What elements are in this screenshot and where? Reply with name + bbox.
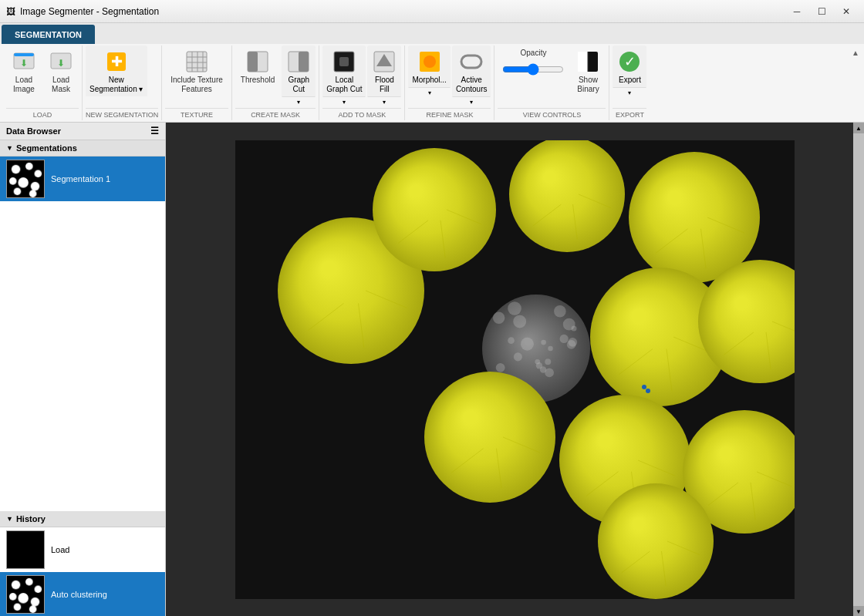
scrollbar[interactable]: ▲ ▼ xyxy=(853,123,864,616)
local-graph-cut-button[interactable]: LocalGraph Cut xyxy=(322,45,366,96)
scroll-track xyxy=(853,133,864,606)
threshold-label: Threshold xyxy=(241,76,275,85)
segmentation-item-1[interactable]: Segmentation 1 xyxy=(0,157,165,201)
show-binary-icon xyxy=(575,49,600,74)
svg-rect-7 xyxy=(187,52,207,72)
load-image-button[interactable]: ⬇ LoadImage xyxy=(6,45,42,98)
main-canvas xyxy=(235,140,795,599)
local-gc-split: LocalGraph Cut ▾ xyxy=(322,45,366,108)
minimize-button[interactable]: ─ xyxy=(785,1,808,22)
local-gc-arrow[interactable]: ▾ xyxy=(322,96,366,108)
flood-fill-button[interactable]: FloodFill xyxy=(367,45,401,96)
ribbon-group-add-mask-items: LocalGraph Cut ▾ FloodFill ▾ xyxy=(322,45,401,108)
flood-fill-split: FloodFill ▾ xyxy=(367,45,401,108)
show-binary-label: ShowBinary xyxy=(577,76,599,94)
ribbon-collapse-button[interactable]: ▲ xyxy=(852,49,859,57)
svg-rect-17 xyxy=(299,52,309,72)
morphol-button[interactable]: Morphol... xyxy=(408,45,450,87)
graph-cut-split: GraphCut ▾ xyxy=(282,45,316,108)
history-label-auto: Auto clustering xyxy=(51,590,107,599)
morphol-label: Morphol... xyxy=(412,76,446,85)
local-gc-icon xyxy=(332,49,356,74)
active-contours-split: ActiveContours ▾ xyxy=(452,45,491,108)
ribbon-group-add-mask: LocalGraph Cut ▾ FloodFill ▾ ADD TO MASK xyxy=(319,45,405,120)
view-group-label: VIEW CONTROLS xyxy=(498,108,606,120)
data-browser-icon: ☰ xyxy=(150,126,159,136)
morphol-split: Morphol... ▾ xyxy=(408,45,450,99)
opacity-label: Opacity xyxy=(521,49,547,57)
include-texture-button[interactable]: Include TextureFeatures xyxy=(165,45,228,98)
svg-text:⬇: ⬇ xyxy=(20,58,28,69)
threshold-button[interactable]: Threshold xyxy=(235,45,280,89)
main-area: Data Browser ☰ ▼ Segmentations Segmentat… xyxy=(0,123,864,616)
history-label-load: Load xyxy=(51,545,69,554)
texture-group-label: TEXTURE xyxy=(165,108,228,120)
load-mask-icon: ⬇ xyxy=(49,49,73,74)
opacity-group: Opacity xyxy=(498,45,569,82)
app-icon: 🖼 xyxy=(6,6,15,17)
canvas-area: ▲ ▼ xyxy=(166,123,864,616)
export-label: Export xyxy=(619,76,641,85)
active-contours-button[interactable]: ActiveContours xyxy=(452,45,491,96)
history-item-auto-clustering[interactable]: Auto clustering xyxy=(0,572,165,616)
export-split: ✓ Export ▾ xyxy=(613,45,646,99)
ribbon-group-create-mask-items: Threshold GraphCut ▾ xyxy=(235,45,316,108)
ribbon-group-export: ✓ Export ▾ EXPORT xyxy=(609,45,650,120)
history-section-header[interactable]: ▼ History xyxy=(0,511,165,527)
active-contours-label: ActiveContours xyxy=(456,76,488,94)
flood-fill-arrow[interactable]: ▾ xyxy=(367,96,401,108)
ribbon-group-export-items: ✓ Export ▾ xyxy=(613,45,646,108)
new-seg-label: NewSegmentation ▾ xyxy=(89,76,143,94)
svg-text:✓: ✓ xyxy=(624,54,636,69)
ribbon-group-create-mask: Threshold GraphCut ▾ CREATE MASK xyxy=(232,45,319,120)
texture-icon xyxy=(184,49,209,74)
ribbon: SEGMENTATION ⬇ LoadImage ⬇ LoadMask LOA xyxy=(0,23,864,123)
create-mask-label: CREATE MASK xyxy=(235,108,316,120)
graph-cut-button[interactable]: GraphCut xyxy=(282,45,316,96)
flood-fill-icon xyxy=(372,49,397,74)
graph-cut-arrow[interactable]: ▾ xyxy=(282,96,316,108)
ribbon-group-new-seg: ✚ NewSegmentation ▾ NEW SEGMENTATION xyxy=(83,45,162,120)
data-browser-title: Data Browser xyxy=(6,126,61,136)
export-button[interactable]: ✓ Export xyxy=(613,45,646,87)
title-bar-controls: ─ ☐ ✕ xyxy=(785,1,858,22)
opacity-slider[interactable] xyxy=(502,63,564,76)
load-mask-button[interactable]: ⬇ LoadMask xyxy=(43,45,79,98)
svg-text:⬇: ⬇ xyxy=(57,58,65,69)
scroll-down-btn[interactable]: ▼ xyxy=(853,606,864,616)
ribbon-group-load: ⬇ LoadImage ⬇ LoadMask LOAD xyxy=(3,45,83,120)
export-arrow[interactable]: ▾ xyxy=(613,87,646,99)
close-button[interactable]: ✕ xyxy=(835,1,858,22)
history-thumb-auto xyxy=(6,575,45,614)
history-item-load[interactable]: Load xyxy=(0,527,165,572)
svg-rect-15 xyxy=(248,52,258,72)
morphol-arrow[interactable]: ▾ xyxy=(408,87,450,99)
ribbon-group-refine: Morphol... ▾ ActiveContours ▾ REFINE MAS… xyxy=(405,45,494,120)
history-triangle-icon: ▼ xyxy=(6,515,13,523)
export-group-label: EXPORT xyxy=(613,108,646,120)
ribbon-group-new-seg-items: ✚ NewSegmentation ▾ xyxy=(86,45,158,108)
history-thumb-load xyxy=(6,530,45,569)
load-image-label: LoadImage xyxy=(13,76,35,94)
active-contours-arrow[interactable]: ▾ xyxy=(452,96,491,108)
load-image-icon: ⬇ xyxy=(12,49,36,74)
ribbon-group-texture-items: Include TextureFeatures xyxy=(165,45,228,108)
segmentations-section-header[interactable]: ▼ Segmentations xyxy=(0,140,165,157)
refine-mask-label: REFINE MASK xyxy=(408,108,491,120)
local-gc-label: LocalGraph Cut xyxy=(326,76,362,94)
svg-rect-19 xyxy=(339,57,349,66)
new-seg-group-label: NEW SEGMENTATION xyxy=(86,108,158,120)
load-group-label: LOAD xyxy=(6,108,79,120)
ribbon-group-view: Opacity ShowBinary VIEW CONTROLS xyxy=(494,45,609,120)
sidebar: Data Browser ☰ ▼ Segmentations Segmentat… xyxy=(0,123,166,616)
ribbon-collapse[interactable]: ▲ xyxy=(850,45,861,120)
new-segmentation-split: ✚ NewSegmentation ▾ xyxy=(86,45,147,96)
tab-segmentation[interactable]: SEGMENTATION xyxy=(2,25,95,44)
svg-text:✚: ✚ xyxy=(110,54,122,69)
add-mask-label: ADD TO MASK xyxy=(322,108,401,120)
active-contours-icon xyxy=(459,49,484,74)
new-segmentation-button[interactable]: ✚ NewSegmentation ▾ xyxy=(86,45,147,96)
show-binary-button[interactable]: ShowBinary xyxy=(570,45,606,98)
scroll-up-btn[interactable]: ▲ xyxy=(853,123,864,133)
maximize-button[interactable]: ☐ xyxy=(810,1,833,22)
